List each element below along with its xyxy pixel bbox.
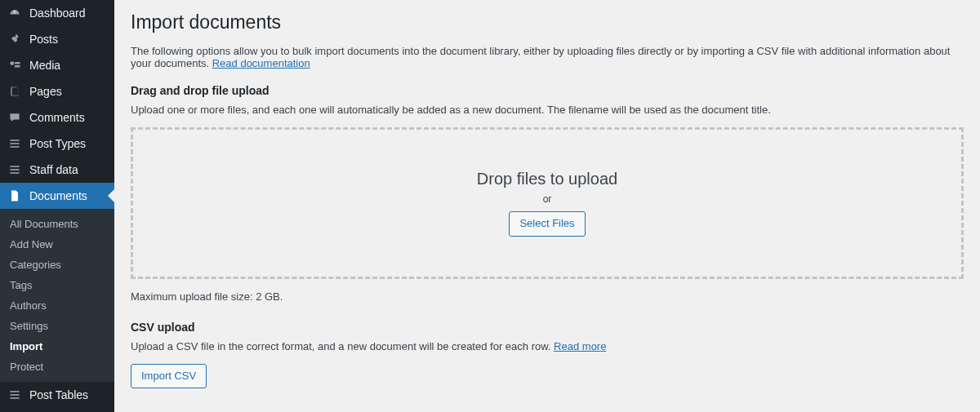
- page-title: Import documents: [131, 4, 964, 37]
- sidebar-item-label: Post Tables: [29, 388, 108, 401]
- import-csv-button[interactable]: Import CSV: [131, 364, 207, 388]
- drag-drop-description: Upload one or more files, and each one w…: [131, 104, 964, 116]
- sidebar-item-label: Dashboard: [29, 7, 108, 20]
- sidebar-item-label: Documents: [29, 189, 108, 202]
- sidebar-item-staff-data[interactable]: Staff data: [0, 157, 114, 183]
- svg-rect-7: [10, 172, 19, 174]
- csv-upload-heading: CSV upload: [131, 321, 964, 334]
- main-content: Import documents The following options a…: [114, 0, 980, 412]
- list-icon: [7, 388, 23, 401]
- admin-sidebar: Dashboard Posts Media Pages Comments: [0, 0, 114, 412]
- svg-point-1: [10, 61, 14, 65]
- svg-rect-10: [10, 397, 19, 399]
- sidebar-item-label: Posts: [29, 33, 108, 46]
- select-files-button[interactable]: Select Files: [509, 211, 585, 236]
- submenu-item-tags[interactable]: Tags: [0, 275, 114, 295]
- sidebar-item-media[interactable]: Media: [0, 52, 114, 78]
- submenu-item-import[interactable]: Import: [0, 336, 114, 357]
- svg-rect-0: [14, 11, 16, 14]
- file-dropzone[interactable]: Drop files to upload or Select Files: [131, 127, 964, 279]
- sidebar-item-label: Comments: [29, 111, 108, 124]
- svg-rect-2: [10, 140, 19, 141]
- submenu-item-settings[interactable]: Settings: [0, 316, 114, 336]
- submenu-item-protect[interactable]: Protect: [0, 357, 114, 377]
- sidebar-item-post-types[interactable]: Post Types: [0, 131, 114, 157]
- sidebar-item-pages[interactable]: Pages: [0, 78, 114, 104]
- intro-paragraph: The following options allow you to bulk …: [131, 45, 964, 69]
- list-icon: [7, 137, 23, 150]
- sidebar-item-label: Staff data: [29, 163, 108, 176]
- document-icon: [7, 189, 23, 202]
- sidebar-item-label: Media: [29, 59, 108, 72]
- submenu-item-add-new[interactable]: Add New: [0, 234, 114, 255]
- sidebar-item-comments[interactable]: Comments: [0, 104, 114, 131]
- submenu-item-authors[interactable]: Authors: [0, 295, 114, 316]
- svg-rect-9: [10, 394, 19, 396]
- svg-rect-4: [10, 146, 19, 148]
- sidebar-submenu: All Documents Add New Categories Tags Au…: [0, 209, 114, 382]
- sidebar-item-documents[interactable]: Documents: [0, 183, 114, 209]
- list-icon: [7, 163, 23, 176]
- csv-upload-description: Upload a CSV file in the correct format,…: [131, 340, 964, 352]
- svg-rect-8: [10, 391, 19, 392]
- max-upload-note: Maximum upload file size: 2 GB.: [131, 290, 964, 303]
- drop-title-text: Drop files to upload: [477, 170, 617, 188]
- sidebar-item-post-tables[interactable]: Post Tables: [0, 382, 114, 408]
- drop-or-text: or: [543, 193, 552, 205]
- submenu-item-all-documents[interactable]: All Documents: [0, 214, 114, 234]
- sidebar-item-posts[interactable]: Posts: [0, 26, 114, 52]
- page-icon: [7, 85, 23, 98]
- svg-rect-6: [10, 169, 19, 171]
- csv-desc-text: Upload a CSV file in the correct format,…: [131, 340, 554, 352]
- media-icon: [7, 59, 23, 72]
- pin-icon: [7, 33, 23, 46]
- svg-rect-3: [10, 143, 19, 144]
- sidebar-item-dashboard[interactable]: Dashboard: [0, 0, 114, 26]
- sidebar-item-label: Pages: [29, 85, 108, 98]
- submenu-item-categories[interactable]: Categories: [0, 255, 114, 275]
- svg-rect-5: [10, 166, 19, 167]
- sidebar-item-label: Post Types: [29, 137, 108, 150]
- dashboard-icon: [7, 7, 23, 20]
- comment-icon: [7, 111, 23, 124]
- read-documentation-link[interactable]: Read documentation: [212, 57, 310, 69]
- read-more-link[interactable]: Read more: [554, 340, 606, 352]
- drag-drop-heading: Drag and drop file upload: [131, 84, 964, 97]
